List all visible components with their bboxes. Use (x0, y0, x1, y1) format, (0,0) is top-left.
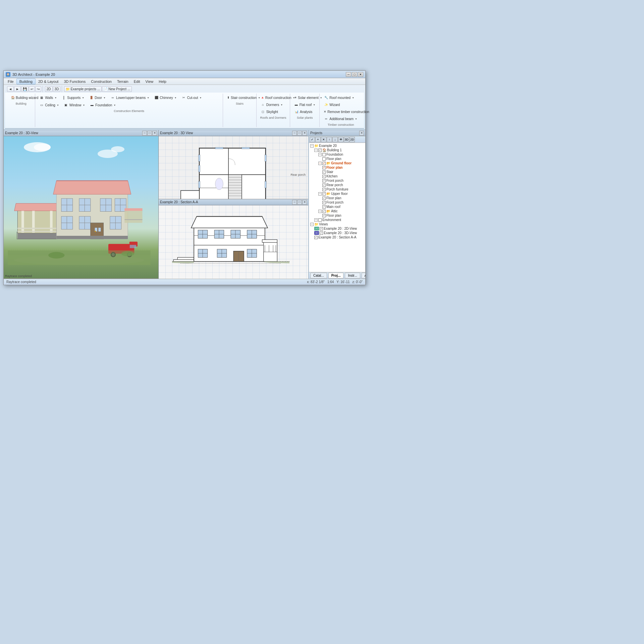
tree-view-section[interactable]: ✓ Example 20 : Section A-A (309, 235, 365, 239)
building-wizard-button[interactable]: 🏠 Building wizard (9, 94, 33, 101)
tree-environment[interactable]: + Environment (309, 218, 365, 222)
example-projects-button[interactable]: 📁 Example projects ... (64, 86, 102, 92)
forward-button[interactable]: ► (14, 86, 21, 92)
attic-expander[interactable]: ─ (318, 210, 322, 213)
ceiling-button[interactable]: ▭Ceiling▼ (37, 102, 61, 108)
new-project-button[interactable]: 📄 New Project ... (102, 86, 132, 92)
foundation-expander[interactable]: ─ (318, 153, 322, 156)
proj-eye-btn[interactable]: 👁 (338, 137, 343, 142)
redo-button[interactable]: ↪ (35, 86, 41, 92)
porchfurn-checkbox[interactable]: ✓ (322, 188, 326, 191)
tree-view-3d[interactable]: 3D ✓ Example 20 : 3D-View (309, 231, 365, 235)
foundation-checkbox[interactable] (322, 153, 326, 156)
tree-groundfloor-fp[interactable]: ✓ Floor plan (309, 165, 365, 170)
proj-3d-btn[interactable]: 3D (344, 137, 349, 142)
uf-fp-checkbox[interactable]: ✓ (322, 197, 326, 200)
additional-beam-button[interactable]: ═Additional beam▼ (322, 115, 360, 122)
tree-mainroof[interactable]: ✓ Main roof (309, 205, 365, 209)
floorplan-close[interactable]: ✕ (302, 131, 307, 136)
close-button[interactable]: ✕ (358, 72, 363, 77)
menu-building[interactable]: Building (16, 78, 36, 85)
tree-views[interactable]: ─ 📁 Views (309, 222, 365, 226)
projects-tree[interactable]: ─ 📁 Example 20 ─ ✓ 🏠 Building 1 ─ Founda… (309, 143, 365, 272)
tree-foundation[interactable]: ─ Foundation (309, 152, 365, 157)
stair-checkbox[interactable]: ✓ (322, 170, 326, 174)
mainroof-checkbox[interactable]: ✓ (322, 205, 326, 209)
roof-construction-button[interactable]: 🔺Roof construction▼ (259, 94, 288, 101)
walls-button[interactable]: ▦Walls▼ (37, 94, 59, 101)
view2d-button[interactable]: 2D (45, 86, 53, 92)
save-button[interactable]: 💾 (21, 86, 29, 92)
tree-foundation-floorplan[interactable]: Floor plan (309, 157, 365, 161)
tree-rearporch[interactable]: ✓ Rear porch (309, 183, 365, 187)
tree-frontporch[interactable]: ✓ Front porch (309, 178, 365, 183)
groundfloor-expander[interactable]: ─ (318, 162, 322, 165)
tree-attic[interactable]: ─ ✓ 📂 Attic (309, 209, 365, 213)
minimize-button[interactable]: ─ (346, 72, 351, 77)
proj-del-btn[interactable]: ✕ (321, 137, 326, 142)
view3d-minimize[interactable]: ─ (142, 131, 147, 136)
floorplan-viewport[interactable]: Rear porch (159, 136, 308, 199)
view3d-button[interactable]: 3D (53, 86, 61, 92)
projects-close[interactable]: ✕ (359, 131, 364, 136)
menu-terrain[interactable]: Terrain (114, 79, 131, 84)
views-expander[interactable]: ─ (310, 223, 314, 226)
remove-timber-button[interactable]: ✕Remove timber construction (322, 108, 360, 115)
back-button[interactable]: ◄ (7, 86, 14, 92)
building1-checkbox[interactable]: ✓ (318, 149, 322, 152)
tree-upper-frontporch[interactable]: ✓ Front porch (309, 200, 365, 205)
menu-help[interactable]: Help (156, 79, 169, 84)
view3d-checkbox[interactable]: ✓ (320, 231, 323, 235)
tree-porchfurniture[interactable]: ✓ Porch furniture (309, 187, 365, 192)
foundation-button[interactable]: ▬Foundation▼ (88, 102, 118, 108)
tab-projects[interactable]: Proj... (328, 273, 344, 278)
attic-fp-checkbox[interactable]: ✓ (322, 214, 326, 217)
tree-kitchen[interactable]: ✓ Kitchen (309, 174, 365, 178)
menu-view[interactable]: View (143, 79, 156, 84)
attic-checkbox[interactable]: ✓ (322, 210, 326, 213)
solar-element-button[interactable]: ☀Solar element▼ (292, 94, 317, 101)
proj-up-btn[interactable]: ↑ (327, 137, 332, 142)
skylight-button[interactable]: ◻Skylight (259, 108, 288, 115)
flat-roof-button[interactable]: ▬Flat roof▼ (292, 101, 317, 108)
stair-construction-button[interactable]: ⬆Stair construction▼ (225, 94, 254, 101)
uf-porch-checkbox[interactable]: ✓ (322, 201, 326, 204)
example20-expander[interactable]: ─ (310, 144, 314, 148)
section-close[interactable]: ✕ (302, 200, 307, 205)
proj-down-btn[interactable]: ↓ (332, 137, 338, 142)
menu-2dlayout[interactable]: 2D & Layout (36, 79, 61, 84)
kitchen-checkbox[interactable]: ✓ (322, 175, 326, 178)
upperfloor-expander[interactable]: ─ (318, 192, 322, 196)
proj-save-btn[interactable]: ✓ (310, 137, 315, 142)
chimney-button[interactable]: ⬛Chimney▼ (152, 94, 178, 101)
rearporch-checkbox[interactable]: ✓ (322, 183, 326, 187)
roof-mounted-button[interactable]: 🔧Roof mounted▼ (322, 94, 360, 101)
proj-add-btn[interactable]: + (315, 137, 321, 142)
floorplan-restore[interactable]: □ (297, 131, 302, 136)
frontporch-checkbox[interactable]: ✓ (322, 179, 326, 182)
tree-example20[interactable]: ─ 📁 Example 20 (309, 144, 365, 148)
viewsec-checkbox[interactable]: ✓ (314, 236, 318, 239)
view3d-maximize[interactable]: □ (147, 131, 152, 136)
tab-area[interactable]: Area (362, 273, 365, 278)
tab-instructions[interactable]: Instr... (345, 273, 360, 278)
menu-edit[interactable]: Edit (131, 79, 143, 84)
tree-building1[interactable]: ─ ✓ 🏠 Building 1 (309, 148, 365, 152)
door-button[interactable]: 🚪Door▼ (87, 94, 108, 101)
tree-groundfloor[interactable]: ─ ✓ 📂 Ground floor (309, 161, 365, 165)
view2d-checkbox[interactable]: ✓ (320, 227, 323, 230)
dormers-button[interactable]: ⌂Dormers▼ (259, 101, 288, 108)
window-button[interactable]: ▣Window▼ (62, 102, 87, 108)
cutout-button[interactable]: ✂Cut-out▼ (179, 94, 204, 101)
tree-upperfloor[interactable]: ─ ✓ 📂 Upper floor (309, 192, 365, 196)
menu-construction[interactable]: Construction (88, 79, 114, 84)
lower-upper-beams-button[interactable]: ═Lower/upper beams▼ (108, 94, 151, 101)
upperfloor-checkbox[interactable]: ✓ (322, 192, 326, 196)
tree-stair[interactable]: ✓ Stair (309, 170, 365, 174)
section-minimize[interactable]: ─ (292, 200, 297, 205)
section-restore[interactable]: □ (297, 200, 302, 205)
menu-3dfunctions[interactable]: 3D Functions (61, 79, 88, 84)
tree-view-2d[interactable]: 2D ✓ Example 20 : 2D-View (309, 226, 365, 231)
3d-viewport[interactable]: Raytrace completed (4, 136, 158, 278)
proj-2d-btn[interactable]: 2D (350, 137, 355, 142)
